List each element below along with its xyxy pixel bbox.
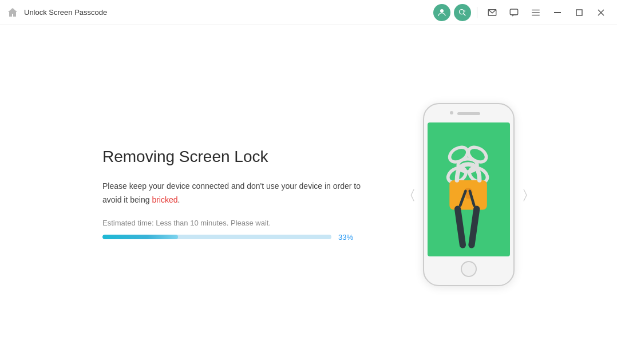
svg-point-1 <box>460 9 464 14</box>
search-feature-icon[interactable] <box>454 4 471 21</box>
right-panel: 〈 <box>423 103 515 286</box>
left-panel: Removing Screen Lock Please keep your de… <box>102 148 377 242</box>
mail-icon[interactable] <box>483 3 501 22</box>
svg-rect-10 <box>576 10 582 15</box>
progress-percent: 33% <box>338 233 353 242</box>
close-button[interactable] <box>592 3 610 22</box>
arrow-left-icon: 〈 <box>410 187 414 202</box>
progress-bar-track <box>102 235 331 239</box>
svg-rect-22 <box>468 205 481 249</box>
app-title: Unlock Screen Passcode <box>24 8 107 17</box>
phone-home-button <box>461 261 477 277</box>
svg-line-2 <box>464 13 466 15</box>
svg-point-3 <box>463 10 465 12</box>
avatar-icon[interactable] <box>433 4 450 21</box>
phone-screen <box>428 122 510 256</box>
chat-icon[interactable] <box>505 3 523 22</box>
svg-point-0 <box>440 9 444 13</box>
progress-bar-fill <box>102 235 178 239</box>
estimated-time-label: Estimated time: Less than 10 minutes. Pl… <box>102 219 377 227</box>
svg-rect-5 <box>510 9 518 15</box>
desc-period: . <box>178 195 180 204</box>
desc-highlight: bricked <box>152 195 177 204</box>
description-text: Please keep your device connected and do… <box>102 180 377 207</box>
title-bar-left: Unlock Screen Passcode <box>7 7 433 18</box>
progress-row: 33% <box>102 233 377 242</box>
lock-chain-illustration <box>428 122 510 256</box>
phone-side-button-left <box>423 150 424 161</box>
menu-icon[interactable] <box>527 3 545 22</box>
home-icon <box>7 7 18 18</box>
phone-speaker <box>457 112 480 115</box>
phone-illustration <box>423 103 515 286</box>
svg-rect-9 <box>554 12 561 13</box>
title-bar: Unlock Screen Passcode <box>0 0 617 25</box>
phone-shell <box>423 103 515 286</box>
main-heading: Removing Screen Lock <box>102 148 377 166</box>
arrow-right-icon: 〉 <box>523 187 527 202</box>
desc-part1: Please keep your device connected and do… <box>102 181 361 204</box>
svg-rect-21 <box>454 205 466 249</box>
phone-side-button-right <box>514 150 515 161</box>
main-content: Removing Screen Lock Please keep your de… <box>0 25 617 364</box>
maximize-button[interactable] <box>570 3 588 22</box>
phone-camera <box>450 111 453 114</box>
toolbar-divider <box>477 7 477 18</box>
title-bar-right <box>433 3 610 22</box>
minimize-button[interactable] <box>548 3 567 22</box>
